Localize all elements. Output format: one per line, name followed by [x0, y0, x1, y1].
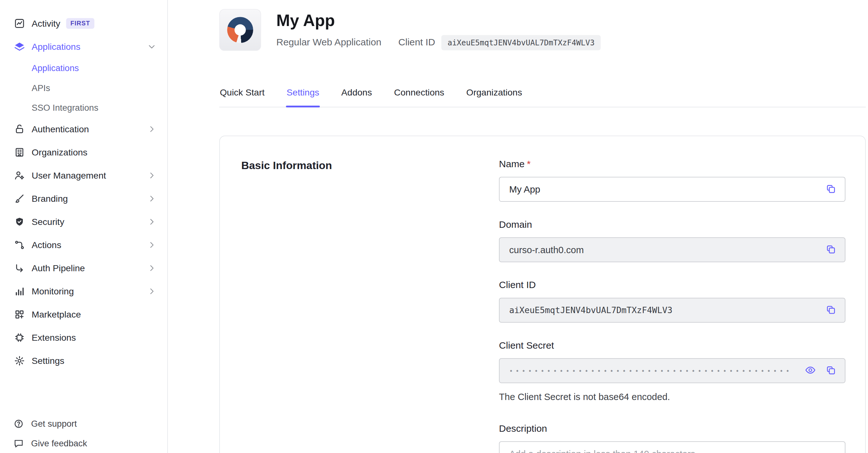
tab-connections[interactable]: Connections [393, 80, 445, 107]
sidebar-item-organizations[interactable]: Organizations [0, 141, 167, 164]
form-column: Name* Domain [499, 159, 845, 453]
domain-label: Domain [499, 219, 845, 231]
client-secret-input-row [499, 358, 845, 383]
activity-icon [12, 17, 26, 30]
sidebar-subitem-label: APIs [32, 83, 50, 93]
app-header-text: My App Regular Web Application Client ID… [276, 9, 601, 50]
copy-name-button[interactable] [825, 183, 837, 195]
tab-addons[interactable]: Addons [341, 80, 372, 107]
sidebar-item-actions[interactable]: Actions [0, 234, 167, 256]
sidebar-item-authentication[interactable]: Authentication [0, 118, 167, 141]
app-type-label: Regular Web Application [276, 37, 381, 49]
app-logo [219, 9, 261, 51]
lock-icon [12, 122, 26, 136]
sidebar-item-label: Settings [32, 356, 64, 366]
shield-check-icon [12, 215, 26, 229]
pipeline-arrow-icon [12, 262, 26, 275]
tab-organizations[interactable]: Organizations [466, 80, 523, 107]
client-secret-label: Client Secret [499, 340, 845, 352]
sidebar-item-security[interactable]: Security [0, 210, 167, 234]
sidebar-item-auth-pipeline[interactable]: Auth Pipeline [0, 256, 167, 280]
client-secret-helper-text: The Client Secret is not base64 encoded. [499, 391, 845, 403]
description-label: Description [499, 423, 845, 435]
footer-item-label: Get support [31, 418, 77, 429]
app-meta: Regular Web Application Client ID aiXeuE… [276, 35, 601, 50]
client-secret-input[interactable] [499, 358, 845, 383]
sidebar-item-applications[interactable]: Applications [0, 35, 167, 58]
paintbrush-icon [12, 192, 26, 206]
name-label-text: Name [499, 159, 525, 170]
first-badge: FIRST [66, 19, 95, 29]
copy-icon [825, 364, 837, 377]
client-id-input[interactable] [499, 298, 845, 323]
sidebar-subitem-sso-integrations[interactable]: SSO Integrations [0, 98, 167, 117]
name-input[interactable] [499, 177, 845, 202]
sidebar-item-label: Branding [32, 193, 68, 204]
sidebar-subitem-label: Applications [32, 63, 79, 73]
sidebar-item-monitoring[interactable]: Monitoring [0, 280, 167, 303]
client-id-chip[interactable]: aiXeuE5mqtJENV4bvUAL7DmTXzF4WLV3 [441, 35, 600, 50]
chevron-right-icon [148, 241, 156, 249]
copy-icon [825, 243, 837, 256]
sidebar-item-label: Marketplace [32, 309, 81, 320]
sidebar-subitem-apis[interactable]: APIs [0, 78, 167, 98]
sidebar-nav: Activity FIRST Applications Applications… [0, 12, 167, 372]
client-id-field-group: Client ID [499, 280, 845, 323]
section-title-column: Basic Information [241, 159, 499, 453]
page-title: My App [276, 11, 601, 30]
sidebar-item-activity[interactable]: Activity FIRST [0, 12, 167, 35]
chevron-right-icon [148, 264, 156, 272]
required-asterisk: * [527, 159, 531, 170]
client-id-meta-label: Client ID [399, 37, 435, 49]
sidebar-item-user-management[interactable]: User Management [0, 164, 167, 187]
copy-client-id-button[interactable] [825, 304, 837, 316]
copy-domain-button[interactable] [825, 244, 837, 256]
tab-settings[interactable]: Settings [286, 80, 320, 107]
sidebar-item-label: Security [32, 217, 64, 227]
sidebar-item-label: Extensions [32, 332, 76, 342]
description-field-group: Description [499, 423, 845, 453]
reveal-secret-button[interactable] [804, 364, 816, 377]
client-id-input-row [499, 298, 845, 323]
copy-icon [825, 304, 837, 316]
app-logo-icon [227, 17, 253, 43]
sidebar-subitem-applications[interactable]: Applications [0, 58, 167, 78]
flow-icon [12, 238, 26, 252]
chevron-down-icon [148, 42, 156, 51]
sidebar-item-marketplace[interactable]: Marketplace [0, 303, 167, 326]
chevron-right-icon [148, 287, 156, 296]
sidebar-item-label: Authentication [32, 124, 89, 134]
gear-icon [12, 354, 26, 368]
chip-icon [12, 331, 26, 344]
grid-plus-icon [12, 308, 26, 321]
get-support-link[interactable]: Get support [0, 414, 167, 433]
sidebar-footer: Get support Give feedback [0, 414, 167, 453]
user-gear-icon [12, 169, 26, 182]
building-icon [12, 146, 26, 159]
description-input[interactable] [499, 442, 845, 453]
sidebar-item-label: Actions [32, 240, 61, 250]
sidebar-item-label: Monitoring [32, 286, 74, 296]
copy-client-secret-button[interactable] [825, 364, 837, 377]
sidebar-item-label: User Management [32, 170, 106, 181]
sidebar-item-label: Activity [32, 19, 60, 29]
section-title: Basic Information [241, 159, 499, 173]
give-feedback-link[interactable]: Give feedback [0, 433, 167, 453]
app-header: My App Regular Web Application Client ID… [219, 9, 866, 51]
name-input-row [499, 177, 845, 202]
domain-field-group: Domain [499, 219, 845, 262]
sidebar-item-label: Organizations [32, 147, 88, 157]
chevron-right-icon [148, 194, 156, 203]
sidebar-item-label: Auth Pipeline [32, 263, 85, 273]
tab-quick-start[interactable]: Quick Start [219, 80, 265, 107]
sidebar-item-settings[interactable]: Settings [0, 349, 167, 372]
tab-bar: Quick Start Settings Addons Connections … [219, 80, 866, 108]
domain-input-row [499, 237, 845, 262]
sidebar-item-extensions[interactable]: Extensions [0, 326, 167, 349]
speech-bubble-icon [12, 436, 25, 450]
auth0-dashboard: Activity FIRST Applications Applications… [0, 0, 868, 453]
sidebar-item-branding[interactable]: Branding [0, 187, 167, 210]
chevron-right-icon [148, 125, 156, 133]
domain-input[interactable] [499, 237, 845, 262]
basic-information-card: Basic Information Name* Domain [219, 136, 866, 453]
